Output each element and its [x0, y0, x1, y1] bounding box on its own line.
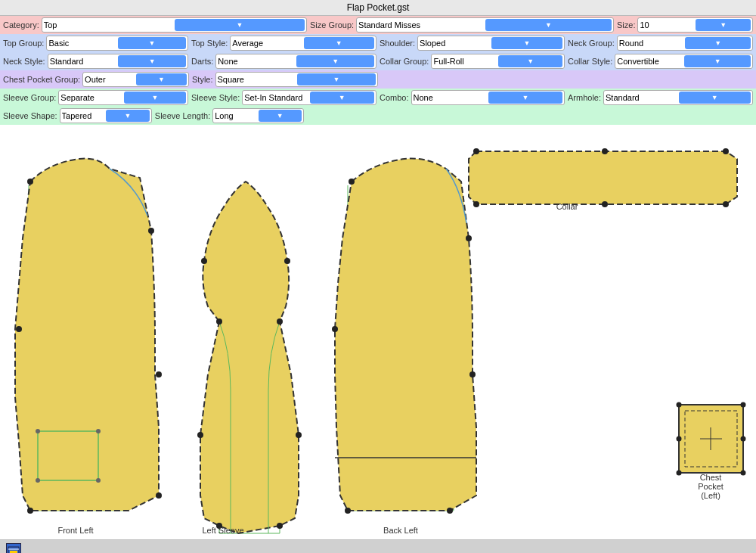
- bottom-bar: [0, 539, 756, 553]
- svg-point-46: [677, 402, 682, 408]
- combo-value[interactable]: None ▼: [411, 90, 565, 105]
- category-dropdown[interactable]: ▼: [175, 19, 305, 31]
- top-group-label: Top Group:: [3, 39, 44, 48]
- darts-value[interactable]: None ▼: [215, 54, 376, 69]
- top-style-value[interactable]: Average ▼: [230, 36, 376, 51]
- size-group-value[interactable]: Standard Misses ▼: [356, 17, 614, 33]
- svg-point-37: [723, 148, 729, 154]
- style-label: Style:: [192, 75, 213, 84]
- controls-panel: Category: Top ▼ Size Group: Standard Mis…: [0, 16, 756, 125]
- chest-pocket-piece: [677, 402, 746, 476]
- armhole-label: Armhole:: [568, 93, 601, 102]
- svg-point-51: [741, 436, 746, 442]
- armhole-value[interactable]: Standard ▼: [603, 90, 753, 105]
- neck-group-value[interactable]: Round ▼: [617, 36, 753, 51]
- top-style-group: Top Style: Average ▼: [191, 36, 376, 51]
- combo-label: Combo:: [380, 93, 409, 102]
- chest-pocket-group-label: Chest Pocket Group:: [3, 75, 80, 84]
- armhole-group: Armhole: Standard ▼: [568, 90, 753, 105]
- size-group-dropdown[interactable]: ▼: [485, 19, 612, 31]
- row-top-group: Top Group: Basic ▼ Top Style: Average ▼ …: [0, 34, 756, 52]
- collar-group-label: Collar Group:: [380, 57, 429, 66]
- sleeve-group-value[interactable]: Separate ▼: [58, 90, 188, 105]
- svg-point-11: [36, 429, 40, 433]
- back-left-label: Back Left: [383, 526, 418, 535]
- svg-point-38: [602, 148, 608, 154]
- svg-point-40: [723, 201, 729, 207]
- svg-point-23: [296, 432, 302, 438]
- neck-group-dropdown[interactable]: ▼: [685, 37, 751, 49]
- armhole-dropdown[interactable]: ▼: [679, 92, 751, 104]
- sleeve-style-dropdown[interactable]: ▼: [310, 92, 374, 104]
- sleeve-length-dropdown[interactable]: ▼: [259, 110, 302, 122]
- sleeve-length-value[interactable]: Long ▼: [212, 108, 303, 123]
- chest-pocket-group-value[interactable]: Outer ▼: [82, 72, 189, 87]
- combo-group: Combo: None ▼: [380, 90, 565, 105]
- size-group-field: Size: 10 ▼: [617, 17, 753, 33]
- svg-point-41: [602, 201, 608, 207]
- title-bar: Flap Pocket.gst: [0, 0, 756, 16]
- sleeve-length-label: Sleeve Length:: [155, 111, 210, 120]
- sleeve-group-dropdown[interactable]: ▼: [124, 92, 186, 104]
- sleeve-style-group: Sleeve Style: Set-In Standard ▼: [191, 90, 376, 105]
- size-value[interactable]: 10 ▼: [637, 17, 753, 33]
- front-left-label: Front Left: [57, 526, 93, 535]
- darts-dropdown[interactable]: ▼: [296, 55, 374, 67]
- row-category: Category: Top ▼ Size Group: Standard Mis…: [0, 16, 756, 34]
- sleeve-shape-dropdown[interactable]: ▼: [106, 110, 150, 122]
- row-sleeve-shape: Sleeve Shape: Tapered ▼ Sleeve Length: L…: [0, 107, 756, 125]
- sleeve-shape-value[interactable]: Tapered ▼: [60, 108, 152, 123]
- svg-point-30: [349, 179, 355, 185]
- top-style-dropdown[interactable]: ▼: [304, 37, 374, 49]
- svg-point-49: [741, 471, 746, 476]
- neck-style-dropdown[interactable]: ▼: [118, 55, 186, 67]
- collar-group-group: Collar Group: Full-Roll ▼: [380, 54, 565, 69]
- chest-pocket-label: Chest: [700, 473, 722, 482]
- svg-point-34: [345, 508, 351, 514]
- combo-dropdown[interactable]: ▼: [488, 92, 562, 104]
- svg-point-31: [466, 235, 472, 241]
- svg-point-20: [216, 318, 222, 325]
- sleeve-style-value[interactable]: Set-In Standard ▼: [242, 90, 376, 105]
- svg-rect-54: [10, 551, 17, 553]
- style-dropdown[interactable]: ▼: [297, 73, 376, 85]
- svg-point-36: [473, 148, 479, 154]
- darts-group: Darts: None ▼: [191, 54, 376, 69]
- svg-point-48: [677, 471, 682, 476]
- size-dropdown[interactable]: ▼: [696, 19, 751, 31]
- size-group-group: Size Group: Standard Misses ▼: [310, 17, 614, 33]
- sleeve-group-group: Sleeve Group: Separate ▼: [3, 90, 188, 105]
- neck-group-label: Neck Group:: [568, 39, 615, 48]
- collar-style-label: Collar Style:: [568, 57, 612, 66]
- svg-point-12: [96, 429, 101, 433]
- window-title: Flap Pocket.gst: [347, 2, 410, 13]
- left-sleeve-label: Left Sleeve: [202, 526, 243, 535]
- svg-point-33: [447, 508, 453, 514]
- size-group-label: Size Group:: [310, 20, 354, 30]
- collar-group-value[interactable]: Full-Roll ▼: [431, 54, 565, 69]
- canvas-area[interactable]: Front Left Left Sleeve Back Left Collar …: [0, 125, 756, 539]
- svg-point-22: [197, 432, 203, 438]
- shoulder-group: Shoulder: Sloped ▼: [380, 36, 565, 51]
- top-group-dropdown[interactable]: ▼: [118, 37, 186, 49]
- collar-style-value[interactable]: Convertible ▼: [615, 54, 753, 69]
- style-value[interactable]: Square ▼: [215, 72, 378, 87]
- collar-style-dropdown[interactable]: ▼: [684, 55, 751, 67]
- neck-style-value[interactable]: Standard ▼: [48, 54, 188, 69]
- svg-point-9: [16, 326, 22, 332]
- top-group-value[interactable]: Basic ▼: [46, 36, 188, 51]
- top-style-label: Top Style:: [191, 39, 228, 48]
- top-group-group: Top Group: Basic ▼: [3, 36, 188, 51]
- svg-point-13: [36, 478, 40, 483]
- collar-group-dropdown[interactable]: ▼: [498, 55, 562, 67]
- shoulder-value[interactable]: Sloped ▼: [417, 36, 565, 51]
- collar-style-group: Collar Style: Convertible ▼: [568, 54, 753, 69]
- chest-pocket-group-dropdown[interactable]: ▼: [136, 73, 187, 85]
- row-sleeve-group: Sleeve Group: Separate ▼ Sleeve Style: S…: [0, 89, 756, 107]
- svg-point-8: [27, 508, 33, 514]
- row-chest-pocket: Chest Pocket Group: Outer ▼ Style: Squar…: [0, 70, 756, 89]
- sleeve-group-label: Sleeve Group:: [3, 93, 56, 102]
- category-value[interactable]: Top ▼: [42, 17, 307, 33]
- sleeve-length-group: Sleeve Length: Long ▼: [155, 108, 304, 123]
- shoulder-dropdown[interactable]: ▼: [491, 37, 562, 49]
